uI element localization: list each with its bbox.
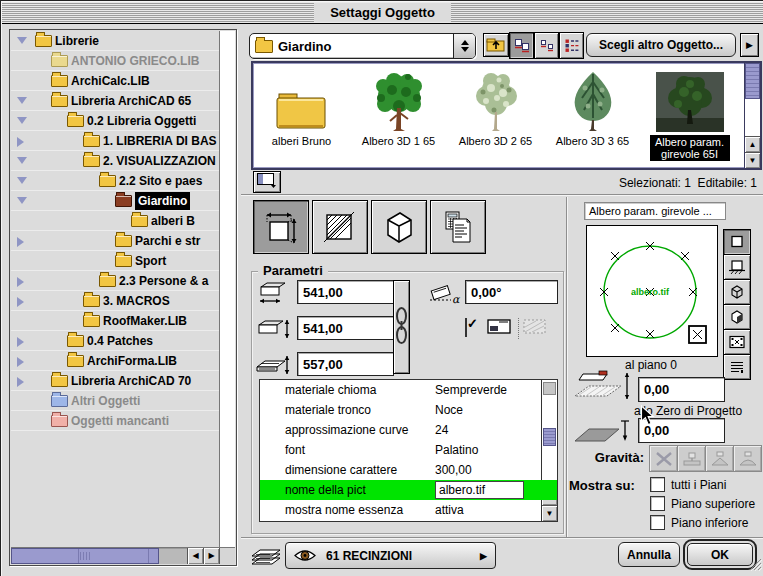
browser-scrollbar[interactable]: ▲ ▼: [744, 63, 760, 168]
disclosure-triangle-icon[interactable]: [17, 297, 24, 307]
tree-item[interactable]: Sport: [11, 251, 220, 271]
gravity-slab-button[interactable]: [677, 445, 706, 472]
tab-dimensions[interactable]: [253, 200, 309, 254]
gravity-roof-button[interactable]: [705, 445, 734, 472]
parameter-value[interactable]: albero.tif: [435, 481, 524, 499]
preview-3d-wireframe-button[interactable]: [723, 279, 751, 305]
disclosure-triangle-icon[interactable]: [17, 357, 24, 367]
tree-item[interactable]: alberi B: [11, 211, 220, 231]
parameter-value[interactable]: 24: [435, 423, 448, 437]
floor-height-field[interactable]: 0,00: [638, 377, 725, 402]
tab-quantities[interactable]: [430, 200, 486, 254]
gravity-mesh-button[interactable]: [733, 445, 762, 472]
scroll-up-button[interactable]: ▲: [745, 136, 760, 152]
gravity-none-button[interactable]: [649, 445, 678, 472]
layer-popup-button[interactable]: 61 RECINZIONI ▶: [285, 542, 496, 569]
tree-item[interactable]: RoofMaker.LIB: [11, 311, 220, 331]
checkbox[interactable]: [650, 477, 665, 492]
mirror-checkbox[interactable]: [465, 318, 467, 337]
parameter-row[interactable]: mostra nome essenza attiva: [260, 500, 557, 520]
disclosure-triangle-icon[interactable]: [17, 157, 27, 164]
tree-item[interactable]: 0.4 Patches: [11, 331, 220, 351]
tree-item[interactable]: 2.3 Persone & a: [11, 271, 220, 291]
parameter-value[interactable]: Noce: [435, 403, 463, 417]
preview-animation-button[interactable]: [723, 329, 751, 355]
angle-field[interactable]: 0,00°: [465, 280, 558, 304]
tree-item[interactable]: ArchiCalc.LIB: [11, 71, 220, 91]
parameter-row[interactable]: nome della pict albero.tif: [260, 480, 557, 500]
object-2d-preview[interactable]: albero.tif: [586, 225, 718, 357]
ok-button[interactable]: OK: [687, 543, 753, 566]
disclosure-triangle-icon[interactable]: [17, 197, 27, 204]
tree-item[interactable]: 0.2 Libreria Oggetti: [11, 111, 220, 131]
disclosure-triangle-icon[interactable]: [17, 117, 27, 124]
tree-item[interactable]: Libreria ArchiCAD 70: [11, 371, 220, 391]
tab-3d-model[interactable]: [371, 200, 427, 254]
preview-description-button[interactable]: [723, 354, 751, 380]
folder-up-button[interactable]: [483, 33, 509, 57]
tree-item[interactable]: 1. LIBRERIA DI BAS: [11, 131, 220, 151]
disclosure-triangle-icon[interactable]: [17, 237, 24, 247]
size-z-field[interactable]: 557,00: [297, 352, 394, 376]
object-thumbnail-tree3[interactable]: Albero 3D 3 65: [544, 63, 641, 168]
proportional-link-button[interactable]: [393, 280, 410, 374]
preview-elevation-button[interactable]: [723, 254, 751, 280]
checkbox[interactable]: [650, 515, 665, 530]
scroll-left-button[interactable]: ◀: [187, 548, 203, 564]
preview-2d-plan-button[interactable]: [723, 229, 751, 255]
parameter-value[interactable]: 300,00: [435, 463, 472, 477]
tree-item[interactable]: Giardino: [11, 191, 220, 211]
parameter-value[interactable]: attiva: [435, 503, 464, 517]
size-y-field[interactable]: 541,00: [297, 316, 394, 340]
tree-item[interactable]: ArchiForma.LIB: [11, 351, 220, 371]
parameter-value[interactable]: Sempreverde: [435, 383, 507, 397]
tree-horizontal-scrollbar[interactable]: ◀ ▶: [11, 547, 235, 564]
parameter-row[interactable]: materiale chioma Sempreverde: [260, 380, 557, 400]
disclosure-triangle-icon[interactable]: [17, 337, 24, 347]
resize-grip[interactable]: [749, 557, 762, 575]
disclosure-triangle-icon[interactable]: [17, 377, 24, 387]
tree-item[interactable]: ANTONIO GRIECO.LIB: [11, 51, 220, 71]
tree-vertical-scrollbar[interactable]: [219, 31, 235, 548]
object-thumbnail-folder[interactable]: alberi Bruno: [253, 63, 350, 168]
object-thumbnail-selected[interactable]: Albero param. girevole 65I: [641, 63, 738, 168]
disclosure-triangle-icon[interactable]: [17, 137, 24, 147]
cancel-button[interactable]: Annulla: [618, 542, 680, 567]
parameter-row[interactable]: font Palatino: [260, 440, 557, 460]
panel-layout-button[interactable]: [253, 171, 281, 193]
tab-2d-symbol[interactable]: [312, 200, 368, 254]
scrollbar-thumb[interactable]: [745, 63, 760, 99]
scroll-right-button[interactable]: ▶: [203, 548, 219, 564]
parameter-row[interactable]: dimensione carattere 300,00: [260, 460, 557, 480]
folder-stepper[interactable]: [453, 34, 475, 58]
folder-popup[interactable]: Giardino: [249, 33, 476, 59]
disclosure-triangle-icon[interactable]: [17, 177, 27, 184]
object-thumbnail-tree1[interactable]: Albero 3D 1 65: [350, 63, 447, 168]
scrollbar-track[interactable]: [159, 548, 187, 564]
tree-item[interactable]: 3. MACROS: [11, 291, 220, 311]
view-mode-list-button[interactable]: [559, 32, 584, 59]
tree-item[interactable]: Libreria ArchiCAD 65: [11, 91, 220, 111]
tree-item[interactable]: Oggetti mancanti: [11, 411, 220, 431]
disclosure-triangle-icon[interactable]: [17, 37, 27, 44]
choose-other-object-button[interactable]: Scegli altro Oggetto...: [586, 33, 736, 57]
disclosure-triangle-icon[interactable]: [17, 97, 27, 104]
tree-item[interactable]: 2.2 Sito e paes: [11, 171, 220, 191]
object-menu-arrow-button[interactable]: ▶: [740, 33, 759, 57]
scroll-down-button[interactable]: ▼: [745, 152, 760, 168]
view-mode-large-icons-button[interactable]: [509, 32, 534, 59]
tree-item[interactable]: 2. VISUALIZZAZION: [11, 151, 220, 171]
object-thumbnail-tree2[interactable]: Albero 3D 2 65: [447, 63, 544, 168]
tree-item[interactable]: Parchi e str: [11, 231, 220, 251]
tree-item[interactable]: Altri Oggetti: [11, 391, 220, 411]
size-x-field[interactable]: 541,00: [297, 280, 394, 304]
preview-3d-shaded-button[interactable]: [723, 304, 751, 330]
parameter-row[interactable]: materiale tronco Noce: [260, 400, 557, 420]
tree-item[interactable]: Librerie: [11, 31, 220, 51]
object-name-field[interactable]: Albero param. girevole ...: [584, 202, 726, 220]
checkbox[interactable]: [650, 496, 665, 511]
disclosure-triangle-icon[interactable]: [17, 277, 24, 287]
title-bar[interactable]: Settaggi Oggetto: [2, 2, 763, 24]
scrollbar-thumb[interactable]: [11, 548, 159, 564]
view-mode-small-icons-button[interactable]: [534, 32, 559, 59]
